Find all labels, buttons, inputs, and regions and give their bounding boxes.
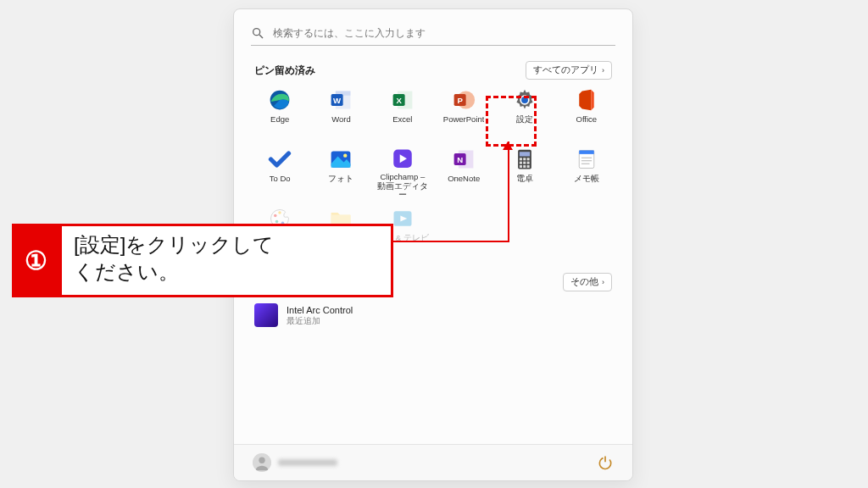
app-todo[interactable]: To Do	[249, 146, 310, 198]
svg-point-45	[259, 458, 264, 463]
svg-point-41	[278, 211, 281, 214]
search-input[interactable]	[271, 26, 615, 40]
svg-point-38	[274, 214, 277, 218]
word-icon: W	[329, 88, 353, 112]
gear-icon	[513, 88, 537, 112]
svg-rect-25	[524, 158, 526, 160]
app-label: 電卓	[516, 175, 533, 183]
notepad-icon	[575, 147, 598, 171]
power-button[interactable]	[597, 454, 614, 471]
app-powerpoint[interactable]: P PowerPoint	[433, 86, 494, 139]
svg-rect-28	[524, 162, 526, 164]
svg-point-15	[522, 97, 529, 103]
app-office[interactable]: Office	[556, 86, 617, 139]
search-field[interactable]	[251, 21, 615, 46]
app-settings[interactable]: 設定	[494, 86, 555, 139]
photos-icon	[329, 147, 353, 171]
app-clipchamp[interactable]: Clipchamp – 動画エディター	[372, 146, 433, 198]
recommended-more-button[interactable]: その他 ›	[563, 273, 612, 291]
user-avatar-icon	[253, 453, 271, 472]
app-label: Word	[331, 115, 351, 124]
search-icon	[251, 26, 264, 40]
app-calculator[interactable]: 電卓	[494, 146, 555, 198]
calculator-icon	[513, 147, 537, 171]
user-name-blurred	[278, 459, 337, 466]
svg-rect-23	[520, 152, 530, 156]
onenote-icon: N	[452, 147, 476, 171]
app-label: PowerPoint	[443, 115, 485, 124]
start-footer	[234, 444, 632, 480]
app-onenote[interactable]: N OneNote	[433, 146, 494, 198]
chevron-right-icon: ›	[602, 66, 604, 75]
svg-line-1	[259, 35, 263, 38]
pinned-title: ピン留め済み	[254, 64, 315, 78]
pinned-header: ピン留め済み すべてのアプリ ›	[254, 61, 612, 80]
svg-point-0	[253, 29, 260, 36]
svg-rect-34	[579, 151, 594, 154]
user-account-button[interactable]	[253, 453, 337, 472]
app-label: Office	[576, 115, 598, 124]
app-label: メモ帳	[574, 175, 599, 183]
recommended-item-sub: 最近追加	[287, 316, 353, 325]
svg-rect-30	[520, 165, 522, 168]
app-label: Clipchamp – 動画エディター	[376, 173, 430, 198]
edge-icon	[268, 88, 292, 112]
app-notepad[interactable]: メモ帳	[556, 146, 617, 198]
app-label: フォト	[328, 175, 353, 183]
app-word[interactable]: W Word	[310, 86, 371, 139]
annotation-callout: ① [設定]をクリックして ください。	[12, 224, 393, 297]
svg-text:W: W	[334, 96, 342, 105]
svg-rect-31	[524, 165, 526, 168]
app-photos[interactable]: フォト	[310, 146, 371, 198]
recommended-item[interactable]: Intel Arc Control 最近追加	[254, 300, 612, 330]
clipchamp-icon	[391, 147, 415, 169]
recommended-item-name: Intel Arc Control	[287, 305, 353, 316]
svg-rect-27	[520, 162, 522, 164]
movies-icon	[391, 207, 415, 230]
todo-icon	[268, 147, 292, 171]
svg-text:X: X	[396, 96, 402, 105]
app-edge[interactable]: Edge	[249, 86, 310, 139]
svg-point-39	[275, 220, 279, 224]
app-label: To Do	[270, 175, 291, 183]
recommended-list: Intel Arc Control 最近追加	[254, 300, 612, 330]
recommended-more-label: その他	[570, 276, 598, 288]
svg-text:P: P	[458, 96, 464, 105]
app-label: Edge	[270, 115, 289, 124]
office-icon	[575, 88, 598, 112]
annotation-text: [設定]をクリックして ください。	[59, 224, 393, 297]
chevron-right-icon: ›	[602, 278, 604, 286]
app-label: Excel	[392, 115, 412, 124]
app-label: 設定	[516, 115, 533, 124]
excel-icon: X	[391, 88, 415, 112]
powerpoint-icon: P	[452, 88, 476, 112]
svg-text:N: N	[457, 155, 463, 164]
all-apps-label: すべてのアプリ	[533, 64, 598, 76]
svg-rect-26	[527, 158, 530, 160]
svg-point-17	[344, 153, 348, 157]
svg-rect-29	[527, 162, 530, 164]
annotation-step-number: ①	[12, 224, 59, 297]
all-apps-button[interactable]: すべてのアプリ ›	[526, 61, 612, 80]
intel-arc-icon	[254, 303, 278, 327]
app-excel[interactable]: X Excel	[372, 86, 433, 139]
svg-rect-24	[520, 158, 522, 160]
app-label: OneNote	[448, 175, 480, 183]
svg-rect-32	[527, 165, 530, 168]
